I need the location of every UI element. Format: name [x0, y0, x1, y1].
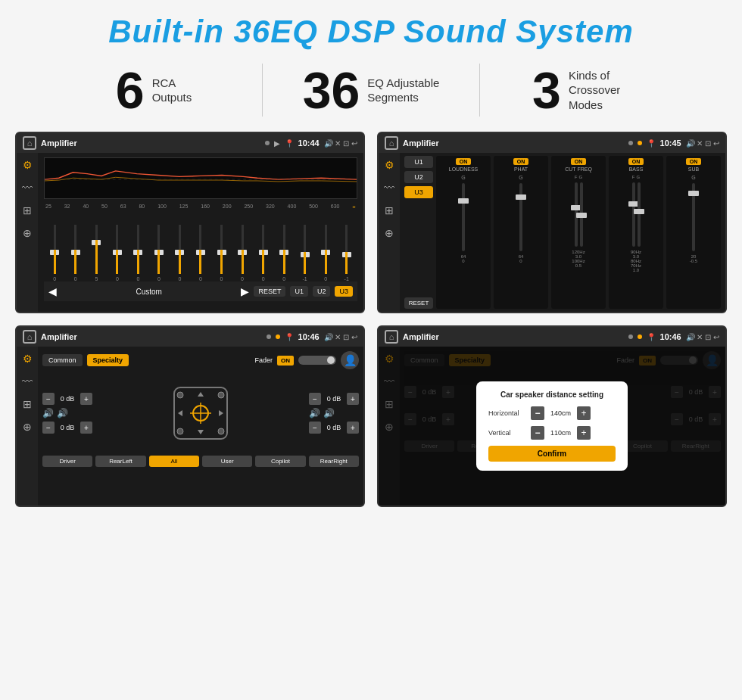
eq-icon-1[interactable]: ⚙	[23, 159, 33, 171]
eq-slider-0[interactable]: 0	[45, 225, 64, 282]
eq-slider-3[interactable]: 0	[108, 225, 127, 282]
eq-icon-2[interactable]: ⚙	[385, 159, 394, 171]
prev-btn[interactable]: ◀	[48, 285, 57, 297]
u1-preset[interactable]: U1	[404, 156, 433, 168]
sub-slider[interactable]	[692, 183, 695, 251]
user-btn[interactable]: User	[202, 456, 252, 467]
bass-name: BASS	[629, 166, 644, 172]
side-icons-1: ⚙ 〰 ⊞ ⊕	[17, 153, 38, 312]
person-icon[interactable]: 👤	[341, 351, 359, 369]
eq-slider-6[interactable]: 0	[170, 225, 189, 282]
wave-icon-3[interactable]: 〰	[22, 375, 33, 387]
misc-icons-3: 🔊 ✕ ⊡ ↩	[324, 333, 357, 341]
horizontal-plus[interactable]: +	[577, 406, 591, 420]
dot-icon-4	[628, 334, 633, 339]
channel-phat: ON PHAT G 64 0	[494, 156, 548, 309]
phat-toggle[interactable]: ON	[513, 158, 529, 165]
eq-main-1: 25 32 40 50 63 80 100 125 160 200 250 32…	[38, 153, 363, 312]
dot2-icon-3	[276, 334, 280, 339]
bass-g-slider[interactable]	[638, 182, 641, 247]
side-icons-2: ⚙ 〰 ⊞ ⊕	[379, 153, 400, 312]
cutfreq-g-slider[interactable]	[580, 182, 583, 247]
channel-icon-2[interactable]: ⊕	[385, 227, 394, 239]
u3-preset[interactable]: U3	[404, 186, 433, 198]
vol-minus-fl[interactable]: −	[42, 393, 55, 405]
fader-slider[interactable]	[298, 356, 336, 365]
u2-preset[interactable]: U2	[404, 171, 433, 183]
channel-icon-3[interactable]: ⊕	[23, 421, 32, 433]
amplifier-title-2: Amplifier	[403, 138, 624, 148]
screen-crossover: Amplifier 📍 10:45 🔊 ✕ ⊡ ↩ ⚙ 〰 ⊞ ⊕ U1 U2 …	[377, 132, 727, 313]
confirm-button[interactable]: Confirm	[488, 446, 616, 462]
bass-toggle[interactable]: ON	[628, 158, 644, 165]
specialty-tab[interactable]: Specialty	[87, 354, 129, 366]
channel-icon-1[interactable]: ⊕	[23, 227, 32, 239]
eq-slider-9[interactable]: 0	[233, 225, 252, 282]
eq-slider-5[interactable]: 0	[150, 225, 169, 282]
vol-plus-fl[interactable]: +	[80, 393, 92, 405]
screen2-body: ⚙ 〰 ⊞ ⊕ U1 U2 U3 RESET ON LOUDNESS G	[379, 153, 725, 312]
vol-val-fl: 0 dB	[57, 395, 78, 403]
rearright-btn[interactable]: RearRight	[309, 456, 359, 467]
home-icon-4[interactable]	[385, 330, 398, 344]
speaker-icon-3[interactable]: ⊞	[23, 398, 32, 410]
speaker-icon-1[interactable]: ⊞	[23, 204, 32, 216]
svg-point-10	[218, 392, 224, 398]
phat-name: PHAT	[514, 166, 528, 172]
screen-eq: Amplifier ▶ 📍 10:44 🔊 ✕ ⊡ ↩ ⚙ 〰 ⊞ ⊕	[15, 132, 365, 313]
all-btn[interactable]: All	[149, 456, 199, 467]
speaker-diagram	[97, 375, 304, 451]
vol-minus-fr[interactable]: −	[309, 393, 321, 405]
cutfreq-toggle[interactable]: ON	[571, 158, 587, 165]
bass-f-slider[interactable]	[632, 182, 635, 247]
wave-icon-1[interactable]: 〰	[22, 182, 33, 194]
fader-toggle[interactable]: ON	[277, 356, 294, 366]
vol-minus-rl[interactable]: −	[42, 422, 55, 434]
eq-slider-1[interactable]: 0	[67, 225, 86, 282]
eq-slider-11[interactable]: 0	[275, 225, 294, 282]
u3-btn-1[interactable]: U3	[335, 286, 353, 297]
vol-plus-rl[interactable]: +	[80, 422, 92, 434]
vertical-plus[interactable]: +	[577, 426, 591, 440]
eq-slider-8[interactable]: 0	[212, 225, 231, 282]
vol-plus-fr[interactable]: +	[347, 393, 359, 405]
eq-slider-13[interactable]: 0	[316, 225, 335, 282]
svg-point-12	[218, 428, 224, 434]
horizontal-label: Horizontal	[488, 409, 526, 417]
wave-icon-2[interactable]: 〰	[384, 182, 394, 194]
eq-slider-7[interactable]: 0	[192, 225, 210, 282]
cross-reset-btn[interactable]: RESET	[404, 297, 433, 309]
eq-slider-10[interactable]: 0	[254, 225, 273, 282]
status-bar-3: Amplifier 📍 10:46 🔊 ✕ ⊡ ↩	[17, 327, 363, 347]
home-icon-1[interactable]	[23, 136, 36, 150]
sub-toggle[interactable]: ON	[686, 158, 702, 165]
horizontal-minus[interactable]: −	[531, 406, 544, 420]
vol-plus-rr[interactable]: +	[347, 422, 359, 434]
u2-btn-1[interactable]: U2	[313, 286, 331, 297]
eq-slider-14[interactable]: -1	[337, 225, 356, 282]
loudness-slider[interactable]	[462, 183, 465, 251]
copilot-btn[interactable]: Copilot	[255, 456, 305, 467]
reset-btn-1[interactable]: RESET	[254, 286, 285, 297]
home-icon-3[interactable]	[23, 330, 36, 344]
phat-slider[interactable]	[519, 183, 522, 251]
vertical-minus[interactable]: −	[531, 426, 544, 440]
loudness-toggle[interactable]: ON	[456, 158, 472, 165]
speaker-icon-2[interactable]: ⊞	[385, 204, 394, 216]
vol-minus-rr[interactable]: −	[309, 422, 321, 434]
driver-btn[interactable]: Driver	[42, 456, 92, 467]
u1-btn-1[interactable]: U1	[290, 286, 308, 297]
screen-fader: Amplifier 📍 10:46 🔊 ✕ ⊡ ↩ ⚙ 〰 ⊞ ⊕ Common…	[15, 325, 365, 507]
vertical-value: 110cm	[547, 429, 574, 437]
common-tab[interactable]: Common	[42, 354, 83, 366]
screen3-body: ⚙ 〰 ⊞ ⊕ Common Specialty Fader ON 👤	[17, 347, 363, 506]
eq-slider-12[interactable]: -1	[295, 225, 314, 282]
channel-bass: ON BASS FG 90Hz 3.080Hz70Hz1.0	[609, 156, 663, 309]
rearleft-btn[interactable]: RearLeft	[95, 456, 145, 467]
home-icon-2[interactable]	[385, 136, 398, 150]
eq-slider-2[interactable]: 5	[87, 225, 106, 282]
eq-icon-3[interactable]: ⚙	[23, 353, 33, 365]
screen1-body: ⚙ 〰 ⊞ ⊕ 25 32 40 50 63	[17, 153, 363, 312]
eq-slider-4[interactable]: 0	[129, 225, 148, 282]
next-btn[interactable]: ▶	[241, 285, 249, 297]
